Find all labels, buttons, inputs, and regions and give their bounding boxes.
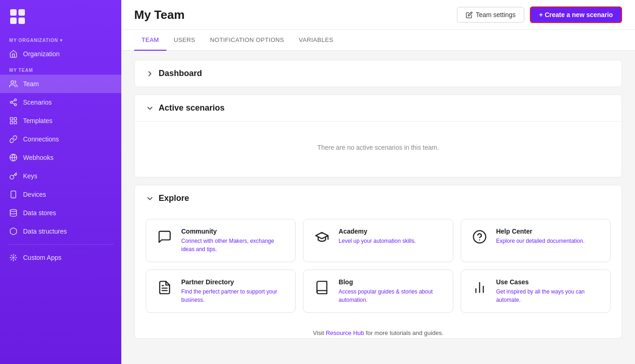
svg-rect-1 xyxy=(18,9,25,16)
active-scenarios-chevron-icon xyxy=(146,104,154,112)
svg-point-4 xyxy=(11,81,14,83)
org-section-label: MY ORGANIZATION ▾ xyxy=(0,33,121,45)
partner-directory-title: Partner Directory xyxy=(181,278,286,286)
tab-bar: TEAM USERS NOTIFICATION OPTIONS VARIABLE… xyxy=(121,30,635,51)
blog-description: Access popular guides & stories about au… xyxy=(338,288,443,304)
active-scenarios-body: There are no active scenarios in this te… xyxy=(135,121,622,177)
use-cases-description: Get inspired by all the ways you can aut… xyxy=(496,288,601,304)
sidebar-item-team[interactable]: Team xyxy=(0,75,121,93)
sidebar-item-keys[interactable]: Keys xyxy=(0,167,121,185)
logo-container[interactable] xyxy=(0,0,121,33)
blog-text: Blog Access popular guides & stories abo… xyxy=(338,278,443,304)
dashboard-section-header[interactable]: Dashboard xyxy=(135,60,622,87)
explore-chevron-icon xyxy=(146,194,154,203)
sidebar-item-devices[interactable]: Devices xyxy=(0,185,121,204)
devices-icon xyxy=(9,190,18,199)
resource-footer: Visit Resource Hub for more tutorials an… xyxy=(135,324,622,338)
explore-card-blog[interactable]: Blog Access popular guides & stories abo… xyxy=(303,270,453,313)
customapps-icon xyxy=(9,253,18,262)
svg-point-18 xyxy=(10,210,17,212)
sidebar-item-scenarios[interactable]: Scenarios xyxy=(0,93,121,112)
explore-card-partner-directory[interactable]: Partner Directory Find the perfect partn… xyxy=(146,270,296,313)
create-scenario-label: + Create a new scenario xyxy=(539,11,613,18)
sidebar-datastores-label: Data stores xyxy=(23,209,56,217)
sidebar-item-organization[interactable]: Organization xyxy=(0,45,121,63)
explore-card-community[interactable]: Community Connect with other Makers, exc… xyxy=(146,219,296,262)
svg-point-19 xyxy=(13,257,14,258)
dashboard-section: Dashboard xyxy=(134,60,622,87)
blog-title: Blog xyxy=(338,278,443,286)
sidebar-item-datastores[interactable]: Data stores xyxy=(0,204,121,222)
use-cases-text: Use Cases Get inspired by all the ways y… xyxy=(496,278,601,304)
community-icon xyxy=(155,228,174,246)
explore-section-title: Explore xyxy=(159,194,189,203)
sidebar-item-datastructures[interactable]: Data structures xyxy=(0,222,121,241)
edit-icon xyxy=(466,12,473,18)
help-center-description: Explore our detailed documentation. xyxy=(496,237,585,245)
header-actions: Team settings + Create a new scenario xyxy=(457,6,622,23)
academy-title: Academy xyxy=(338,228,415,235)
datastructures-icon xyxy=(9,227,18,235)
explore-section: Explore Community Connect with other Mak… xyxy=(134,185,622,339)
help-center-text: Help Center Explore our detailed documen… xyxy=(496,228,585,245)
explore-section-header[interactable]: Explore xyxy=(135,185,622,211)
help-center-icon xyxy=(470,228,489,246)
team-icon xyxy=(9,80,18,88)
sidebar-keys-label: Keys xyxy=(23,172,37,180)
explore-card-help-center[interactable]: Help Center Explore our detailed documen… xyxy=(461,219,611,262)
svg-rect-3 xyxy=(18,18,25,24)
use-cases-title: Use Cases xyxy=(496,278,601,286)
sidebar-devices-label: Devices xyxy=(23,191,46,198)
community-title: Community xyxy=(181,228,286,235)
svg-rect-11 xyxy=(14,117,17,120)
page-header: My Team Team settings + Create a new sce… xyxy=(121,0,635,30)
team-section-label: MY TEAM xyxy=(0,63,121,75)
explore-card-use-cases[interactable]: Use Cases Get inspired by all the ways y… xyxy=(461,270,611,313)
active-scenarios-empty: There are no active scenarios in this te… xyxy=(146,129,611,166)
sidebar-team-label: Team xyxy=(23,80,39,88)
use-cases-icon xyxy=(470,278,489,297)
tab-notification-options[interactable]: NOTIFICATION OPTIONS xyxy=(202,30,291,51)
community-description: Connect with other Makers, exchange idea… xyxy=(181,237,286,253)
blog-icon xyxy=(313,278,331,297)
explore-card-academy[interactable]: Academy Level up your automation skills. xyxy=(303,219,453,262)
svg-point-20 xyxy=(473,231,486,243)
academy-description: Level up your automation skills. xyxy=(338,237,415,245)
svg-rect-2 xyxy=(10,18,17,24)
svg-line-8 xyxy=(12,103,14,104)
home-icon xyxy=(9,50,18,58)
tab-variables[interactable]: VARIABLES xyxy=(291,30,341,51)
sidebar-datastructures-label: Data structures xyxy=(23,228,67,235)
webhooks-icon xyxy=(9,153,18,162)
svg-rect-0 xyxy=(10,9,17,16)
tab-team[interactable]: TEAM xyxy=(134,30,166,51)
svg-line-9 xyxy=(12,100,14,102)
resource-hub-link[interactable]: Resource Hub xyxy=(326,329,364,336)
academy-text: Academy Level up your automation skills. xyxy=(338,228,415,245)
tab-users[interactable]: USERS xyxy=(166,30,203,51)
partner-directory-description: Find the perfect partner to support your… xyxy=(181,288,286,304)
scenarios-icon xyxy=(9,98,18,106)
page-title: My Team xyxy=(134,8,184,22)
app-logo xyxy=(9,8,26,25)
templates-icon xyxy=(9,117,18,125)
sidebar-webhooks-label: Webhooks xyxy=(23,154,53,161)
sidebar-item-webhooks[interactable]: Webhooks xyxy=(0,148,121,167)
sidebar-item-customapps[interactable]: Custom Apps xyxy=(0,248,121,267)
sidebar-item-templates[interactable]: Templates xyxy=(0,112,121,130)
svg-rect-12 xyxy=(14,122,17,124)
main-content: My Team Team settings + Create a new sce… xyxy=(121,0,635,364)
team-settings-button[interactable]: Team settings xyxy=(457,7,524,23)
active-scenarios-header[interactable]: Active scenarios xyxy=(135,95,622,121)
team-settings-label: Team settings xyxy=(476,11,516,18)
create-scenario-button[interactable]: + Create a new scenario xyxy=(530,6,622,23)
sidebar-connections-label: Connections xyxy=(23,135,59,143)
datastores-icon xyxy=(9,209,18,217)
sidebar-item-connections[interactable]: Connections xyxy=(0,130,121,148)
dashboard-chevron-icon xyxy=(146,70,154,78)
keys-icon xyxy=(9,172,18,180)
sidebar-templates-label: Templates xyxy=(23,117,53,124)
sidebar-customapps-label: Custom Apps xyxy=(23,254,61,261)
active-scenarios-section: Active scenarios There are no active sce… xyxy=(134,94,622,177)
active-scenarios-title: Active scenarios xyxy=(159,103,225,113)
